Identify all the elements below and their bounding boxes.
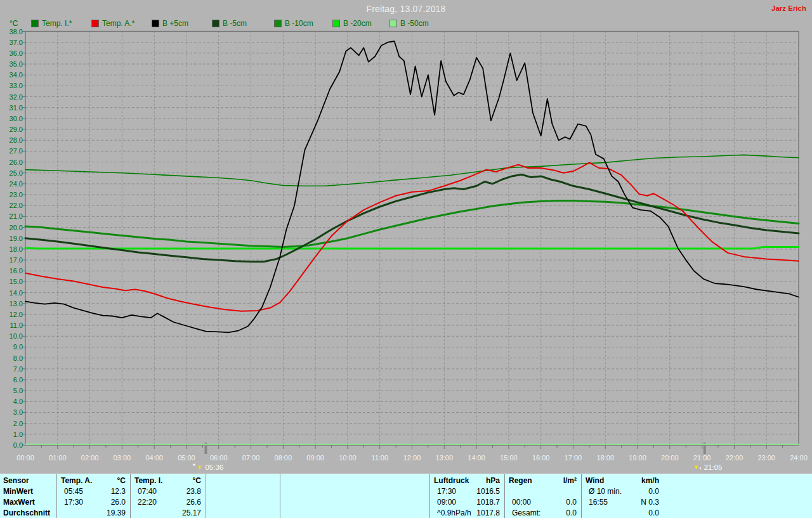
svg-text:27.0: 27.0 (10, 147, 23, 155)
svg-text:10:00: 10:00 (339, 454, 357, 462)
svg-text:31.0: 31.0 (10, 104, 23, 112)
stat-value: 0.0 (509, 508, 577, 518)
stats-table: SensorMinWertMaxWertDurchschnittTemp. A.… (0, 474, 812, 518)
svg-text:5.0: 5.0 (13, 387, 23, 394)
sun-icon: ☀ (196, 463, 202, 471)
stat-value: 25.17 (134, 508, 201, 518)
svg-text:16.0: 16.0 (10, 267, 23, 275)
svg-text:14:00: 14:00 (468, 454, 485, 462)
weather-app-window: { "header": { "title": "Freitag, 13.07.2… (0, 0, 812, 518)
column-unit: °C (61, 476, 126, 486)
stat-value: 0.0 (509, 498, 577, 507)
sunset-icon: ▼ (693, 464, 699, 470)
svg-text:13:00: 13:00 (436, 454, 454, 462)
row-label: MaxWert (3, 498, 35, 507)
svg-text:30.0: 30.0 (10, 115, 23, 122)
svg-text:34.0: 34.0 (10, 71, 23, 79)
svg-text:09:00: 09:00 (306, 454, 324, 462)
svg-text:16:00: 16:00 (532, 454, 550, 462)
stat-value: 19.39 (61, 508, 126, 518)
svg-text:17:00: 17:00 (565, 454, 582, 462)
svg-text:20.0: 20.0 (10, 224, 23, 231)
stat-value: 26.0 (61, 498, 126, 507)
stat-value: 1018.7 (434, 498, 500, 507)
stat-value: 26.6 (134, 498, 201, 507)
svg-text:7.0: 7.0 (13, 365, 23, 373)
sun-disc-icon: ◗ (699, 465, 702, 471)
svg-text:15.0: 15.0 (10, 278, 23, 285)
y-axis: 0.01.02.03.04.05.06.07.08.09.010.011.012… (10, 28, 25, 450)
svg-text:3.0: 3.0 (13, 408, 23, 416)
svg-text:05:00: 05:00 (178, 454, 195, 462)
svg-text:04:00: 04:00 (145, 454, 163, 462)
stat-value: 1016.5 (434, 487, 500, 496)
svg-text:9.0: 9.0 (13, 343, 23, 351)
svg-text:0.0: 0.0 (13, 441, 23, 449)
svg-text:37.0: 37.0 (10, 39, 23, 46)
column-unit: l/m² (509, 476, 577, 486)
svg-text:13.0: 13.0 (10, 300, 23, 308)
stat-value: 23.8 (134, 487, 201, 496)
svg-text:19.0: 19.0 (10, 235, 23, 242)
svg-text:03:00: 03:00 (114, 454, 131, 462)
svg-text:38.0: 38.0 (10, 28, 23, 36)
table-divider (130, 474, 131, 518)
svg-text:01:00: 01:00 (49, 454, 67, 462)
table-divider (504, 474, 505, 518)
svg-text:15:00: 15:00 (500, 454, 518, 462)
row-label: Sensor (3, 476, 29, 486)
svg-text:23:00: 23:00 (757, 454, 775, 462)
svg-text:12.0: 12.0 (10, 311, 23, 318)
table-divider (206, 474, 206, 518)
row-label: MinWert (3, 487, 33, 496)
svg-text:21:00: 21:00 (693, 454, 711, 462)
sunrise-icon: ✶ (192, 462, 196, 468)
svg-text:4.0: 4.0 (13, 398, 23, 405)
table-divider (280, 474, 280, 518)
svg-text:24:00: 24:00 (790, 454, 808, 462)
svg-text:1.0: 1.0 (13, 431, 23, 438)
svg-text:00:00: 00:00 (16, 454, 34, 462)
svg-text:10.0: 10.0 (10, 332, 23, 340)
svg-text:11:00: 11:00 (371, 454, 388, 462)
svg-text:22.0: 22.0 (10, 202, 23, 209)
svg-text:02:00: 02:00 (81, 454, 99, 462)
svg-text:17.0: 17.0 (10, 256, 23, 264)
svg-text:18:00: 18:00 (596, 454, 614, 462)
stat-value: 12.3 (61, 487, 126, 496)
sunset-time-label: 21:05 (704, 463, 723, 471)
svg-text:07:00: 07:00 (242, 454, 260, 462)
column-unit: hPa (434, 476, 500, 486)
table-divider (429, 474, 430, 518)
svg-text:22:00: 22:00 (726, 454, 743, 462)
svg-text:33.0: 33.0 (10, 82, 23, 89)
stat-value: 0.0 (586, 508, 659, 518)
svg-text:6.0: 6.0 (13, 376, 23, 384)
svg-text:32.0: 32.0 (10, 93, 23, 101)
svg-text:36.0: 36.0 (10, 49, 23, 57)
svg-text:12:00: 12:00 (403, 454, 421, 462)
svg-text:2.0: 2.0 (13, 420, 23, 427)
svg-text:19:00: 19:00 (629, 454, 646, 462)
svg-text:24.0: 24.0 (10, 180, 23, 188)
table-divider (56, 474, 57, 518)
column-unit: °C (134, 476, 201, 486)
svg-text:29.0: 29.0 (10, 126, 23, 133)
x-axis: 00:0001:0002:0003:0004:0005:0006:0007:00… (16, 445, 808, 462)
svg-text:23.0: 23.0 (10, 191, 23, 198)
svg-text:25.0: 25.0 (10, 169, 23, 177)
column-unit: km/h (586, 476, 659, 486)
table-divider (581, 474, 582, 518)
svg-text:35.0: 35.0 (10, 60, 23, 68)
svg-text:20:00: 20:00 (661, 454, 679, 462)
svg-text:14.0: 14.0 (10, 289, 23, 297)
series-line-b+5cm (25, 41, 799, 332)
svg-text:21.0: 21.0 (10, 212, 23, 220)
series-line-b-20cm (25, 247, 799, 249)
svg-text:11.0: 11.0 (10, 321, 23, 329)
svg-text:8.0: 8.0 (13, 354, 23, 362)
stat-value: 0.0 (586, 487, 659, 496)
svg-text:06:00: 06:00 (210, 454, 228, 462)
row-label: Durchschnitt (3, 508, 50, 518)
stat-value: N 0.3 (586, 498, 659, 507)
